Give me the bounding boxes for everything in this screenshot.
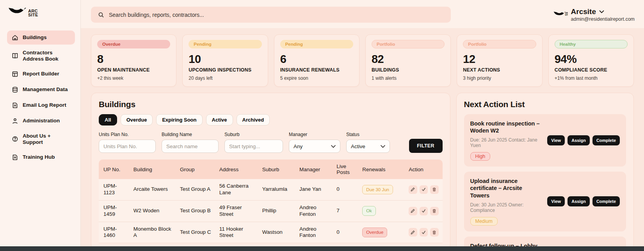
status-badge: Portfolio bbox=[463, 40, 536, 48]
view-button[interactable]: View bbox=[547, 196, 565, 206]
app-shell: ARCSITE Buildings Contractors Address Bo… bbox=[0, 0, 644, 246]
brand-logo-icon bbox=[8, 7, 27, 19]
sidebar-nav: Buildings Contractors Address Book Repor… bbox=[7, 30, 75, 164]
complete-button[interactable]: Complete bbox=[592, 135, 620, 145]
stat-label: OPEN MAINTENANCE bbox=[97, 67, 170, 73]
stat-subtext: 5 expire soon bbox=[280, 75, 353, 81]
stat-subtext: 20 days left bbox=[189, 75, 262, 81]
cell-address: 11 Hooker Street bbox=[215, 222, 258, 244]
sidebar-item-contractors-address-book[interactable]: Contractors Address Book bbox=[7, 46, 75, 65]
stat-card-compliance-score: Healthy 94% COMPLIANCE SCORE +1% from la… bbox=[548, 34, 634, 87]
chevron-down-icon[interactable] bbox=[599, 10, 604, 13]
col-action: Action bbox=[405, 160, 442, 179]
cell-group: Test Group C bbox=[176, 222, 215, 244]
col-group: Group bbox=[176, 160, 215, 179]
tab-active[interactable]: Active bbox=[206, 114, 233, 126]
approve-button[interactable] bbox=[420, 228, 428, 237]
stat-value: 94% bbox=[555, 53, 628, 66]
assign-button[interactable]: Assign bbox=[568, 135, 590, 145]
filter-button[interactable]: FILTER bbox=[409, 139, 443, 153]
table-row: UPM-1459 W2 Woden Test Group B 49 Fraser… bbox=[99, 201, 443, 222]
stat-label: INSURANCE RENEWALS bbox=[280, 67, 353, 73]
buildings-filter-form: Units Plan No. Building Name Suburb bbox=[99, 132, 443, 153]
col-building: Building bbox=[130, 160, 176, 179]
next-action-item: Upload insurance certificate – Arcsite T… bbox=[464, 172, 626, 231]
col-renewals: Renewals bbox=[358, 160, 405, 179]
units-plan-label: Units Plan No. bbox=[99, 132, 156, 137]
edit-button[interactable] bbox=[409, 207, 417, 215]
sidebar-item-administration[interactable]: Administration bbox=[7, 114, 75, 128]
view-button[interactable]: View bbox=[547, 135, 565, 145]
col-live-posts: Live Posts bbox=[333, 160, 358, 179]
status-badge: Pending bbox=[189, 40, 262, 48]
delete-button[interactable] bbox=[430, 207, 438, 215]
sidebar-item-training-hub[interactable]: Training Hub bbox=[7, 150, 75, 164]
brand-logo-text: ARCSITE bbox=[28, 9, 38, 17]
sidebar-item-buildings[interactable]: Buildings bbox=[7, 30, 75, 45]
action-item-title: Book routine inspection – Woden W2 bbox=[470, 120, 543, 134]
sidebar-item-label: Administration bbox=[23, 118, 60, 124]
col-manager: Manager bbox=[295, 160, 333, 179]
edit-button[interactable] bbox=[409, 185, 417, 194]
layout-icon bbox=[11, 70, 18, 77]
cell-building: Arcaite Towers bbox=[130, 179, 176, 201]
approve-button[interactable] bbox=[420, 185, 428, 194]
person-icon bbox=[11, 117, 18, 124]
stat-value: 6 bbox=[280, 53, 353, 66]
cell-up-no: UPM-1459 bbox=[99, 201, 130, 222]
global-search[interactable] bbox=[91, 7, 451, 23]
main-area: ARCSITE Arcsite admin@residentialreport.… bbox=[81, 0, 644, 246]
assign-button[interactable]: Assign bbox=[568, 196, 590, 206]
user-logo-icon: ARCSITE bbox=[553, 10, 568, 20]
stat-label: NEXT ACTIONS bbox=[463, 67, 536, 73]
sidebar-item-report-builder[interactable]: Report Builder bbox=[7, 67, 75, 81]
sidebar-item-label: Report Builder bbox=[23, 71, 59, 77]
user-email: admin@residentialreport.com bbox=[571, 16, 635, 22]
status-select[interactable]: Active bbox=[346, 140, 390, 153]
sidebar-item-label: Management Data bbox=[23, 86, 68, 93]
search-input[interactable] bbox=[109, 12, 444, 18]
complete-button[interactable]: Complete bbox=[592, 196, 620, 206]
suburb-input[interactable] bbox=[224, 140, 283, 153]
user-menu[interactable]: ARCSITE Arcsite admin@residentialreport.… bbox=[553, 7, 635, 22]
cell-group: Test Group B bbox=[176, 201, 215, 222]
building-name-input[interactable] bbox=[162, 140, 219, 153]
topbar: ARCSITE Arcsite admin@residentialreport.… bbox=[81, 0, 644, 28]
tab-archived[interactable]: Archived bbox=[237, 114, 270, 126]
tab-all[interactable]: All bbox=[99, 114, 117, 126]
sidebar-item-email-log-report[interactable]: Email Log Report bbox=[7, 98, 75, 112]
col-up-no: UP No. bbox=[99, 160, 130, 179]
delete-button[interactable] bbox=[430, 228, 438, 237]
stat-card-insurance-renewals: Pending 6 INSURANCE RENEWALS 5 expire so… bbox=[274, 34, 359, 87]
units-plan-input[interactable] bbox=[99, 140, 156, 153]
approve-button[interactable] bbox=[420, 207, 428, 215]
sidebar-item-label: About Us + Support bbox=[23, 133, 71, 145]
action-item-meta: Due: 26 Jun 2025 Contact: Jane Yuen bbox=[470, 137, 543, 148]
stat-value: 82 bbox=[372, 53, 445, 66]
next-action-panel: Next Action List Book routine inspection… bbox=[456, 93, 634, 251]
buildings-title: Buildings bbox=[99, 100, 443, 109]
sidebar-item-management-data[interactable]: Management Data bbox=[7, 82, 75, 97]
sidebar-item-label: Training Hub bbox=[23, 154, 55, 160]
cell-live-posts: 0 bbox=[333, 222, 358, 244]
delete-button[interactable] bbox=[430, 185, 438, 194]
renewal-badge: Due 30 Jun bbox=[362, 185, 393, 194]
col-suburb: Suburb bbox=[258, 160, 295, 179]
cell-suburb: Yarralumla bbox=[258, 179, 295, 201]
manager-select[interactable]: Any bbox=[289, 140, 340, 153]
document-icon bbox=[11, 154, 18, 161]
bottom-bar bbox=[0, 246, 644, 251]
cell-building: W2 Woden bbox=[130, 201, 176, 222]
search-icon bbox=[98, 12, 104, 18]
sidebar-item-about-support[interactable]: About Us + Support bbox=[7, 129, 75, 149]
edit-button[interactable] bbox=[409, 228, 417, 237]
tab-overdue[interactable]: Overdue bbox=[121, 114, 153, 126]
tab-expiring-soon[interactable]: Expiring Soon bbox=[156, 114, 202, 126]
stat-card-next-actions: Portfolio 12 NEXT ACTIONS 3 high priorit… bbox=[457, 34, 542, 87]
stat-card-open-maintenance: Overdue 8 OPEN MAINTENANCE +2 this week bbox=[91, 34, 176, 87]
content-area: Overdue 8 OPEN MAINTENANCE +2 this week … bbox=[81, 28, 644, 246]
status-badge: Portfolio bbox=[372, 40, 445, 48]
col-address: Address bbox=[215, 160, 258, 179]
home-icon bbox=[11, 34, 18, 41]
database-icon bbox=[11, 86, 18, 93]
